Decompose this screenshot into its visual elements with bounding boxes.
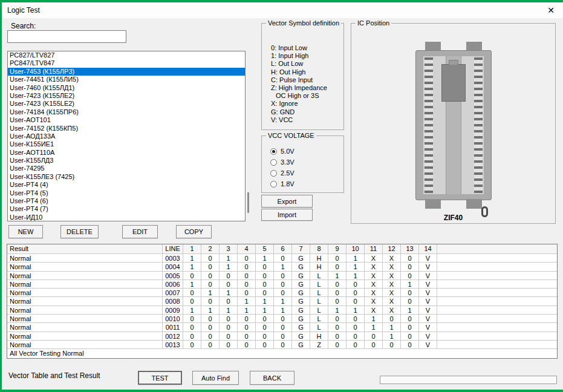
vector-cell: 1 — [328, 306, 347, 315]
vector-cell: Z — [310, 341, 328, 349]
vcc-option-2-5V[interactable]: 2.5V — [270, 168, 341, 178]
vector-cell: 0 — [328, 280, 347, 289]
list-item[interactable]: User-PT4 (7) — [8, 205, 245, 213]
device-list[interactable]: PC827/LTV827PC847/LTV847User-7453 (К155Л… — [7, 51, 246, 221]
vector-cell: 1 — [220, 289, 238, 297]
vector-cell: G — [292, 263, 310, 271]
vector-cell: G — [292, 289, 310, 297]
vector-cell: 0 — [274, 341, 292, 349]
test-button[interactable]: TEST — [138, 371, 182, 385]
vector-cell: 0 — [347, 289, 365, 297]
new-button[interactable]: NEW — [8, 225, 43, 238]
list-item[interactable]: User-PT4 (6) — [8, 197, 245, 205]
vector-cell: 0 — [256, 263, 274, 271]
vector-symbol-line: L: Out Low — [271, 60, 341, 68]
list-item[interactable]: User-К155ИЕ1 — [8, 140, 245, 148]
column-header: 12 — [383, 244, 401, 254]
list-item[interactable]: User-7423 (K155LE2) — [8, 100, 245, 108]
result-cell: Normal — [7, 297, 163, 305]
vector-cell: V — [419, 315, 437, 323]
vector-cell: X — [365, 297, 383, 305]
socket-lever-icon — [481, 206, 488, 217]
vector-cell: 0 — [365, 341, 383, 349]
radio-icon[interactable] — [270, 159, 277, 166]
vector-symbol-line: Z: High Impedance — [271, 84, 341, 92]
list-item[interactable]: User-PT4 (5) — [8, 189, 245, 197]
list-item[interactable]: User-7453 (К155ЛР3) — [8, 68, 245, 76]
result-row[interactable]: Normal0010000000GL00100V — [7, 315, 557, 323]
list-item[interactable]: User-7460 (К155ЛД1) — [8, 84, 245, 92]
edit-button[interactable]: EDIT — [122, 225, 158, 238]
vector-cell: 0 — [238, 323, 256, 332]
list-item[interactable]: PC847/LTV847 — [8, 59, 245, 67]
vcc-option-label: 5.0V — [281, 148, 295, 155]
radio-icon[interactable] — [270, 170, 277, 177]
result-row[interactable]: Normal0007011000GL00XX0V — [7, 289, 557, 297]
column-header: 5 — [256, 244, 274, 254]
vector-cell: 0 — [347, 315, 365, 323]
vector-cell: G — [292, 280, 310, 289]
result-cell: Normal — [7, 323, 163, 332]
vector-cell: G — [292, 341, 310, 349]
list-item[interactable]: User-К155ЛД3 — [8, 157, 245, 165]
line-cell: 0004 — [163, 263, 183, 271]
result-row[interactable]: Normal0009111111GL11XX1V — [7, 306, 557, 315]
vector-symbol-group-title: Vector Symbol definition — [266, 19, 341, 27]
filler-cell — [437, 332, 557, 341]
import-button[interactable]: Import — [261, 209, 313, 221]
filler-cell — [437, 306, 557, 315]
list-item[interactable]: User-ИД10 — [8, 214, 245, 221]
list-item[interactable]: User-AOT101 — [8, 116, 245, 124]
search-input[interactable] — [7, 30, 126, 43]
vector-cell: 0 — [201, 315, 220, 323]
vcc-option-5-0V[interactable]: 5.0V — [270, 146, 341, 157]
vector-cell: L — [310, 306, 328, 315]
list-item[interactable]: User-7423 (К155ЛЕ2) — [8, 92, 245, 100]
vcc-option-1-8V[interactable]: 1.8V — [270, 178, 341, 189]
column-header: 7 — [292, 244, 310, 254]
vector-cell: V — [419, 341, 437, 349]
result-row[interactable]: Normal0013000000GZ00000V — [7, 341, 557, 349]
result-row[interactable]: Normal0011000000GL00110V — [7, 323, 557, 332]
list-item[interactable]: User-74451 (К155ЛИ5) — [8, 76, 245, 83]
copy-button[interactable]: COPY — [176, 225, 212, 238]
list-item[interactable]: User-74152 (К155КП5) — [8, 125, 245, 132]
filler-cell — [437, 254, 557, 263]
result-row[interactable]: Normal0003101010GH01XX0V — [7, 254, 557, 263]
result-row[interactable]: Normal0005000000GL11XX0V — [7, 272, 557, 280]
list-item[interactable]: PC827/LTV827 — [8, 51, 245, 59]
list-item[interactable]: User-АОД133А — [8, 132, 245, 140]
export-button[interactable]: Export — [261, 195, 313, 207]
result-row[interactable]: Normal0006100000GL00XX1V — [7, 280, 557, 289]
list-item[interactable]: User-К155ЛЕ3 (7425) — [8, 173, 245, 181]
title-bar: Logic Test ✕ — [2, 2, 563, 18]
delete-button[interactable]: DELETE — [60, 225, 99, 238]
list-scrollbar-thumb[interactable] — [247, 192, 249, 213]
vector-symbol-line: G: GND — [271, 108, 341, 116]
close-icon[interactable]: ✕ — [545, 4, 557, 16]
column-header: 4 — [238, 244, 256, 254]
vcc-option-3-3V[interactable]: 3.3V — [270, 157, 341, 168]
vector-cell: V — [419, 323, 437, 332]
result-row[interactable]: Normal0008000111GL00XX0V — [7, 297, 557, 305]
filler-cell — [437, 263, 557, 271]
list-item[interactable]: User-74184 (К155ПР6) — [8, 108, 245, 116]
vector-symbol-line: V: VCC — [271, 116, 341, 124]
result-row[interactable]: Normal0004101001GH01XX0V — [7, 263, 557, 271]
ic-position-group: IC Position ZIF4 — [351, 23, 556, 224]
auto-find-button[interactable]: Auto Find — [192, 371, 239, 385]
vector-cell: 0 — [401, 297, 419, 305]
list-item[interactable]: User-PT4 (4) — [8, 181, 245, 189]
result-row[interactable]: Normal0012000000GH00010V — [7, 332, 557, 341]
list-item[interactable]: User-AOT110A — [8, 149, 245, 157]
result-cell: Normal — [7, 289, 163, 297]
radio-icon[interactable] — [270, 148, 277, 155]
footer-label: Vector Table and Test Result — [8, 371, 100, 380]
vector-cell: 0 — [220, 315, 238, 323]
list-item[interactable]: User-74295 — [8, 165, 245, 172]
vcc-option-label: 3.3V — [281, 158, 295, 166]
vector-cell: 0 — [401, 254, 419, 263]
radio-icon[interactable] — [270, 181, 277, 188]
back-button[interactable]: BACK — [250, 371, 295, 385]
vector-cell: G — [292, 315, 310, 323]
